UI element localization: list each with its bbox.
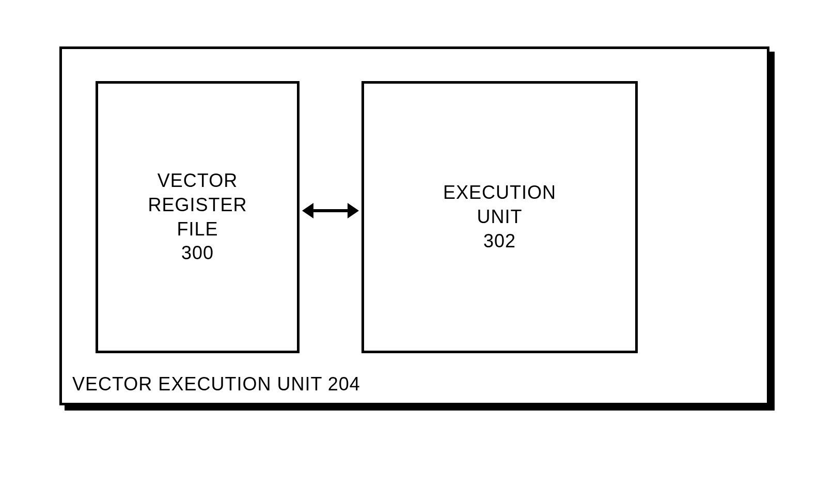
block-number: 300: [181, 242, 214, 263]
label-number: 204: [328, 373, 360, 395]
bidirectional-arrow: [302, 203, 359, 218]
line1: VECTOR: [158, 170, 238, 191]
line1: EXECUTION: [443, 182, 556, 203]
vector-execution-unit-block: VECTOR REGISTER FILE 300 EXECUTION UNIT …: [59, 46, 769, 405]
arrow-head-right: [348, 203, 359, 218]
line2: UNIT: [477, 206, 523, 227]
block-text: VECTOR REGISTER FILE 300: [148, 169, 247, 265]
arrow-line: [308, 209, 353, 212]
outer-box: VECTOR REGISTER FILE 300 EXECUTION UNIT …: [59, 46, 769, 405]
vector-register-file-block: VECTOR REGISTER FILE 300: [96, 81, 300, 353]
line2: REGISTER: [148, 194, 247, 215]
line3: FILE: [177, 218, 218, 240]
block-number: 302: [483, 230, 516, 251]
outer-block-label: VECTOR EXECUTION UNIT 204: [72, 373, 360, 395]
block-text: EXECUTION UNIT 302: [443, 181, 556, 253]
label-prefix: VECTOR EXECUTION UNIT: [72, 373, 322, 395]
execution-unit-block: EXECUTION UNIT 302: [361, 81, 638, 353]
